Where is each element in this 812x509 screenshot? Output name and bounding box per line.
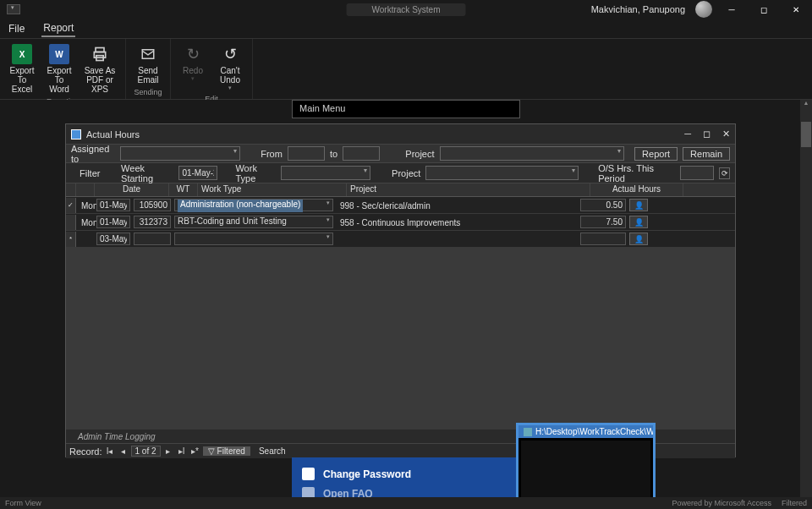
mail-icon [138,44,158,64]
form-icon [71,129,81,140]
from-input[interactable] [288,146,325,161]
to-input[interactable] [343,146,380,161]
username-label: Makvichian, Panupong [591,4,685,14]
week-starting-input[interactable] [178,166,217,180]
filter-label: Filter [80,168,100,178]
from-label: From [261,149,283,159]
project-label: Project [405,149,434,159]
sub-close-button[interactable]: ✕ [722,129,730,140]
close-button[interactable]: ✕ [783,1,809,18]
week-starting-label: Week Starting [121,163,173,183]
menu-report[interactable]: Report [41,20,75,37]
word-icon: W [49,44,69,64]
nav-last-button[interactable]: ▸I [176,446,188,456]
project-combo[interactable] [440,146,625,161]
date-cell[interactable] [96,199,130,211]
subwindow-title: Actual Hours [86,129,140,140]
save-pdf-button[interactable]: Save As PDF or XPS [80,42,120,96]
nav-next-button[interactable]: ▸ [162,446,174,456]
date-cell[interactable] [96,216,130,228]
grid-row[interactable]: ✓ Mon Administration (non-chargeable) 99… [66,197,735,214]
col-actual-hours[interactable]: Actual Hours [590,183,683,196]
export-word-button[interactable]: W Export To Word [42,42,76,96]
app-title: Worktrack System [347,3,466,16]
work-type-filter-combo[interactable] [281,166,371,180]
nav-prev-button[interactable]: ◂ [118,446,129,456]
sub-minimize-button[interactable]: ─ [684,129,691,140]
grid-body: ✓ Mon Administration (non-chargeable) 99… [66,197,735,248]
minimize-button[interactable]: ─ [719,1,744,18]
wt-cell[interactable] [134,199,171,211]
to-label: to [330,149,337,159]
assigned-to-label: Assigned to [71,144,115,164]
search-box[interactable]: Search [259,446,286,456]
refresh-icon[interactable]: ⟳ [719,167,730,179]
project-filter-label: Project [392,168,420,178]
nav-position[interactable]: 1 of 2 [131,446,161,457]
wt-cell[interactable] [134,216,171,228]
nav-first-button[interactable]: I◂ [104,446,116,456]
mdi-tab-main-menu[interactable]: Main Menu [292,100,520,118]
nav-new-button[interactable]: ▸* [189,446,201,456]
ribbon-group-sending: Sending [134,88,162,96]
qat-customize[interactable] [7,4,20,14]
report-button[interactable]: Report [634,147,678,161]
assigned-to-combo[interactable] [120,146,239,161]
hours-cell[interactable] [580,233,626,245]
col-project[interactable]: Project [347,183,590,196]
project-cell: 958 - Continuous Improvements [337,218,464,227]
workspace-scrollbar[interactable]: ▲ [800,100,812,509]
remain-button[interactable]: Remain [683,147,730,161]
undo-button[interactable]: ↺ Can't Undo ▾ [213,42,247,93]
row-action-button[interactable]: 👤 [629,216,648,228]
send-email-button[interactable]: Send Email [131,42,165,86]
grid-row-new[interactable]: * 👤 [66,231,735,248]
filtered-indicator[interactable]: ▽ Filtered [203,446,250,456]
app-icon [524,428,532,436]
work-type-filter-label: Work Type [235,163,275,183]
printer-icon [90,44,110,64]
date-cell[interactable] [96,233,130,245]
actual-hours-window: Actual Hours ─ ◻ ✕ Assigned to From to P… [65,123,736,457]
workspace: Main Menu ▲ Actual Hours ─ ◻ ✕ Assigned … [0,100,812,509]
grid-row[interactable]: Mon RBT-Coding and Unit Testing 958 - Co… [66,214,735,231]
taskbar-preview[interactable]: H:\Desktop\WorkTrackCheck\W... [516,423,656,509]
preview-path: H:\Desktop\WorkTrackCheck\W... [535,427,653,436]
col-wt[interactable]: WT [169,183,198,196]
maximize-button[interactable]: ◻ [751,1,776,18]
export-excel-button[interactable]: X Export To Excel [5,42,39,96]
subwindow-titlebar[interactable]: Actual Hours ─ ◻ ✕ [66,124,735,145]
change-password-button[interactable]: Change Password [302,464,508,484]
sub-maximize-button[interactable]: ◻ [703,129,710,140]
undo-icon: ↺ [220,44,240,64]
record-label: Record: [69,446,102,457]
work-type-cell[interactable] [174,233,333,245]
day-cell [78,235,85,244]
work-type-cell[interactable]: Administration (non-chargeable) [174,199,333,211]
menu-file[interactable]: File [7,21,26,36]
checkbox-icon [302,468,315,480]
row-indicator: * [66,232,76,247]
col-date[interactable]: Date [95,183,169,196]
ribbon: X Export To Excel W Export To Word Save … [0,39,812,100]
wt-cell[interactable] [134,233,171,245]
redo-icon: ↻ [183,44,203,64]
avatar[interactable] [695,1,712,18]
excel-icon: X [12,44,32,64]
work-type-cell[interactable]: RBT-Coding and Unit Testing [174,216,333,228]
menubar: File Report [0,19,812,39]
project-filter-combo[interactable] [425,166,579,180]
col-work-type[interactable]: Work Type [198,183,347,196]
os-hrs-label: O/S Hrs. This Period [598,163,675,183]
status-powered-by: Powered by Microsoft Access [672,499,771,507]
hours-cell[interactable] [580,199,626,211]
row-indicator [66,215,76,230]
row-action-button[interactable]: 👤 [629,233,648,245]
project-cell [337,235,343,244]
titlebar: Worktrack System Makvichian, Panupong ─ … [0,0,812,19]
grid-empty-area [66,248,735,430]
grid-header: Date WT Work Type Project Actual Hours [66,183,735,197]
os-hrs-input[interactable] [680,166,714,180]
row-action-button[interactable]: 👤 [629,199,648,211]
hours-cell[interactable] [580,216,626,228]
